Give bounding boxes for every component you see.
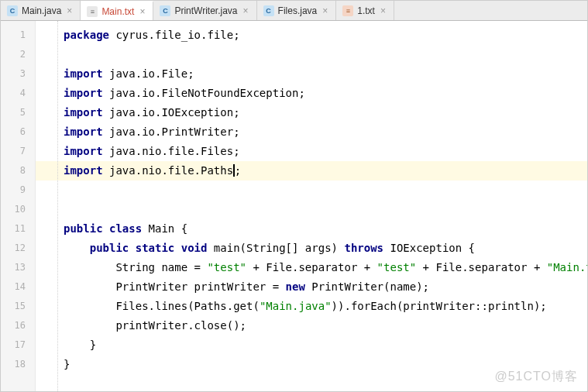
watermark: @51CTO博客 xyxy=(494,369,578,385)
code-line[interactable] xyxy=(36,181,587,200)
gutter-margin xyxy=(57,21,58,391)
code-line[interactable]: import java.io.PrintWriter; xyxy=(36,122,587,142)
code-line[interactable]: printWriter.close(); xyxy=(36,316,587,335)
tab-files-java[interactable]: CFiles.java× xyxy=(257,1,337,20)
code-line[interactable]: import java.io.FileNotFoundException; xyxy=(36,84,587,103)
tab-bar: CMain.java×≡Main.txt×CPrintWriter.java×C… xyxy=(1,1,587,21)
file-icon: ≡ xyxy=(342,5,353,16)
code-line[interactable]: import java.nio.file.Paths; xyxy=(36,161,587,181)
line-number: 6 xyxy=(1,122,35,142)
line-number: 17 xyxy=(1,335,35,355)
line-number: 18 xyxy=(1,355,35,374)
close-icon[interactable]: × xyxy=(321,5,329,16)
line-number: 1 xyxy=(1,26,35,45)
editor-area: 123456789101112131415161718 package cyru… xyxy=(1,21,587,391)
line-number: 2 xyxy=(1,45,35,64)
close-icon[interactable]: × xyxy=(379,5,387,16)
code-line[interactable] xyxy=(36,45,587,64)
tab-label: PrintWriter.java xyxy=(174,5,237,16)
code-line[interactable]: PrintWriter printWriter = new PrintWrite… xyxy=(36,277,587,297)
code-line[interactable]: import java.io.IOException; xyxy=(36,103,587,122)
line-number: 4 xyxy=(1,84,35,103)
tab-label: 1.txt xyxy=(357,5,375,16)
code-line[interactable]: Files.lines(Paths.get("Main.java")).forE… xyxy=(36,297,587,316)
code-line[interactable]: package cyrus.file_io.file; xyxy=(36,26,587,45)
tab-printwriter-java[interactable]: CPrintWriter.java× xyxy=(153,1,256,20)
line-number: 12 xyxy=(1,239,35,258)
tab-label: Main.java xyxy=(22,5,61,16)
code-line[interactable]: } xyxy=(36,335,587,355)
code-line[interactable]: String name = "test" + File.separator + … xyxy=(36,258,587,277)
line-number: 14 xyxy=(1,277,35,297)
line-number: 16 xyxy=(1,316,35,335)
tab-main-java[interactable]: CMain.java× xyxy=(1,1,81,20)
code-line[interactable]: import java.nio.file.Files; xyxy=(36,142,587,161)
line-number: 13 xyxy=(1,258,35,277)
line-number: 15 xyxy=(1,297,35,316)
line-number: 5 xyxy=(1,103,35,122)
line-number: 3 xyxy=(1,64,35,84)
file-icon: C xyxy=(263,5,274,16)
code-line[interactable]: public static void main(String[] args) t… xyxy=(36,239,587,258)
code-line[interactable]: public class Main { xyxy=(36,219,587,239)
line-number: 9 xyxy=(1,181,35,200)
tab-1-txt[interactable]: ≡1.txt× xyxy=(336,1,394,20)
line-number: 8 xyxy=(1,161,35,181)
line-number: 10 xyxy=(1,200,35,219)
line-number: 11 xyxy=(1,219,35,239)
file-icon: C xyxy=(160,5,170,16)
close-icon[interactable]: × xyxy=(242,5,250,16)
tab-label: Files.java xyxy=(278,5,318,16)
code-line[interactable] xyxy=(36,200,587,219)
file-icon: ≡ xyxy=(87,6,98,17)
line-number: 7 xyxy=(1,142,35,161)
code-line[interactable]: import java.io.File; xyxy=(36,64,587,84)
file-icon: C xyxy=(7,5,18,16)
tab-label: Main.txt xyxy=(101,6,134,17)
close-icon[interactable]: × xyxy=(65,5,74,16)
line-number-gutter: 123456789101112131415161718 xyxy=(1,21,36,391)
code-area[interactable]: package cyrus.file_io.file;import java.i… xyxy=(36,21,587,391)
close-icon[interactable]: × xyxy=(138,6,146,17)
tab-main-txt[interactable]: ≡Main.txt× xyxy=(81,1,153,20)
